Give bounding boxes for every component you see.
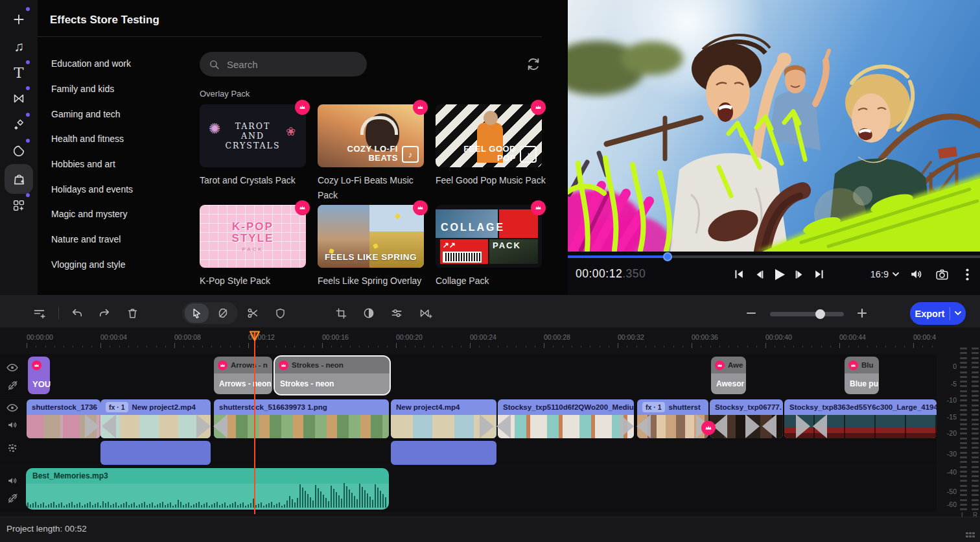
sidebar-item-family-and-kids[interactable]: Family and kids	[51, 77, 187, 102]
sidebar-item-gaming-and-tech[interactable]: Gaming and tech	[51, 101, 187, 126]
marker-tool-button[interactable]	[212, 302, 234, 324]
search-input[interactable]	[226, 58, 345, 71]
fx-badge: fx · 1	[106, 402, 128, 412]
crop-button[interactable]	[330, 302, 352, 324]
video-clip[interactable]: New project4.mp4	[391, 399, 496, 438]
video-track-chroma-key-button[interactable]	[5, 441, 19, 455]
redo-button[interactable]	[93, 302, 115, 324]
titles-button[interactable]: T	[5, 60, 33, 86]
add-track-button[interactable]	[28, 302, 50, 324]
sidebar-item-nature-and-travel[interactable]: Nature and travel	[51, 227, 187, 252]
overlay-clip-awesome[interactable]: Awe Awesor	[711, 357, 746, 394]
transitions-button[interactable]	[5, 86, 33, 112]
resize-grip-icon[interactable]	[966, 532, 975, 539]
zoom-in-button[interactable]	[851, 302, 873, 324]
sidebar-item-hobbies-and-art[interactable]: Hobbies and art	[51, 152, 187, 177]
pack-title[interactable]: Feel Good Pop Music Pack	[436, 173, 546, 188]
more-options-button[interactable]	[959, 265, 975, 284]
video-clip[interactable]: shutterstock_516639973 1.png	[214, 399, 389, 438]
volume-button[interactable]	[909, 265, 924, 284]
pack-title[interactable]: Tarot and Crystals Pack	[200, 173, 310, 188]
pack-title[interactable]: K-Pop Style Pack	[200, 274, 310, 289]
overlay-clip-you[interactable]: YOU	[28, 357, 50, 394]
timeline-zoom-slider[interactable]	[770, 312, 844, 316]
project-length-label: Project length: 00:52	[6, 524, 87, 534]
sidebar-item-education-and-work[interactable]: Education and work	[51, 51, 187, 77]
next-frame-button[interactable]	[791, 265, 807, 284]
transport-controls	[731, 265, 827, 284]
zoom-out-button[interactable]	[740, 302, 762, 324]
ruler-ticks[interactable]	[0, 343, 937, 349]
previous-frame-button[interactable]	[751, 265, 767, 284]
sidebar-item-vlogging-and-style[interactable]: Vlogging and style	[51, 252, 187, 277]
add-media-button[interactable]	[5, 6, 33, 32]
overlay-clip-arrows-neon[interactable]: Arrows - n Arrows - neon	[214, 357, 272, 394]
video-track-visibility-toggle[interactable]	[5, 401, 19, 415]
video-clip[interactable]: fx · 1shutterst	[637, 399, 708, 438]
pack-thumbnail[interactable]: FEEL GOODPOP ♪	[436, 104, 542, 167]
clip-properties-button[interactable]	[386, 302, 408, 324]
effects-button[interactable]	[5, 112, 33, 138]
thumb-text: COLLAGE	[441, 222, 505, 233]
split-scissors-button[interactable]	[242, 302, 264, 324]
audio-clip[interactable]: Best_Memories.mp3	[26, 468, 389, 510]
notification-dot	[26, 193, 30, 197]
audio-track-mute-toggle[interactable]	[5, 473, 19, 488]
aspect-ratio-value: 16:9	[870, 269, 889, 279]
pack-title[interactable]: Collage Pack	[436, 274, 546, 289]
video-clip[interactable]: Stocksy_txp06777.	[710, 399, 783, 438]
add-transition-button[interactable]	[414, 302, 436, 324]
shield-tool-button[interactable]	[269, 302, 291, 324]
sidebar-item-magic-and-mystery[interactable]: Magic and mystery	[51, 202, 187, 227]
pack-title[interactable]: Cozy Lo-Fi Beats Music Pack	[318, 173, 428, 203]
stickers-button[interactable]	[5, 138, 33, 164]
video-clip[interactable]: fx · 1New project2.mp4	[100, 399, 211, 438]
pack-thumbnail[interactable]: FEELS LIKE SPRING	[318, 205, 424, 268]
overlay-clip-blue[interactable]: Blu Blue pu	[845, 357, 879, 394]
linked-audio-segment[interactable]	[100, 441, 211, 465]
clip-label: shutterstock_516639973 1.png	[219, 403, 327, 411]
sidebar-item-holidays-and-events[interactable]: Holidays and events	[51, 176, 187, 202]
delete-button[interactable]	[121, 302, 143, 324]
refresh-button[interactable]	[525, 56, 542, 73]
aspect-ratio-selector[interactable]: 16:9	[870, 269, 899, 279]
pack-thumbnail[interactable]: ✺ ❀ TAROT AND CRYSTALS	[200, 104, 306, 167]
seek-bar[interactable]	[568, 255, 980, 258]
timecode-display: 00:00:12.350	[576, 267, 646, 281]
effects-store-button[interactable]	[5, 164, 33, 194]
overlay-track-visibility-toggle[interactable]	[5, 360, 19, 375]
seek-thumb[interactable]	[663, 252, 672, 261]
skip-to-end-button[interactable]	[811, 265, 827, 284]
undo-button[interactable]	[66, 302, 88, 324]
pack-thumbnail[interactable]: COZY LO-FIBEATS ♪	[318, 104, 424, 167]
category-list: Education and workFamily and kidsGaming …	[51, 51, 187, 277]
notification-dot	[26, 113, 30, 117]
audio-button[interactable]: ♫	[5, 33, 33, 59]
pack-thumbnail[interactable]: ↗↗ COLLAGE PACK	[436, 205, 542, 268]
pack-title[interactable]: Feels Like Spring Overlay	[318, 274, 428, 289]
audio-track-link-toggle[interactable]	[5, 491, 19, 505]
sidebar-item-health-and-fitness[interactable]: Health and fitness	[51, 126, 187, 152]
play-button[interactable]	[771, 265, 787, 284]
video-track-mute-toggle[interactable]	[5, 418, 19, 432]
skip-to-start-button[interactable]	[731, 265, 747, 284]
figure-decor	[484, 111, 498, 125]
more-tools-button[interactable]	[5, 193, 33, 218]
playhead-handle[interactable]	[249, 331, 261, 342]
pack-thumbnail[interactable]: K-POP STYLE PACK	[200, 205, 306, 268]
video-clip[interactable]: Stocksy_txp8363ed55Y6c300_Large_4194	[784, 399, 937, 438]
ruler-labels[interactable]: 00:00:0000:00:0400:00:0800:00:1200:00:16…	[0, 333, 937, 342]
premium-crown-badge	[295, 200, 310, 215]
overlay-track-link-toggle[interactable]	[5, 378, 19, 392]
video-clip[interactable]: Stocksy_txp5110d6f2QWo200_Mediu	[498, 399, 634, 438]
eye-icon	[6, 401, 19, 414]
linked-audio-segment[interactable]	[391, 441, 496, 465]
video-clip[interactable]: shutterstock_1736	[27, 399, 100, 438]
overlay-clip-strokes-neon[interactable]: Strokes - neon Strokes - neon	[275, 357, 390, 394]
export-button[interactable]: Export	[910, 302, 966, 325]
zoom-slider-thumb[interactable]	[815, 309, 825, 319]
select-tool-button[interactable]	[185, 302, 207, 324]
status-bar: Project length: 00:52	[0, 517, 980, 542]
color-adjust-button[interactable]	[358, 302, 380, 324]
search-bar[interactable]	[200, 52, 367, 77]
